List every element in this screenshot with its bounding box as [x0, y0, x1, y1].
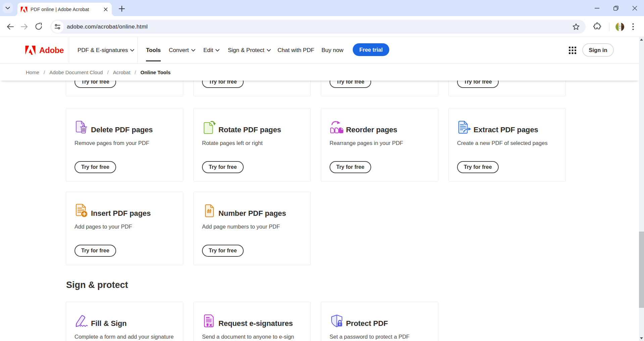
card-description: Rearrange pages in your PDF	[330, 139, 403, 147]
card-description: Remove pages from your PDF	[75, 139, 149, 147]
toolbar-divider	[609, 22, 609, 31]
breadcrumb-document-cloud[interactable]: Adobe Document Cloud	[49, 69, 103, 75]
new-tab-button[interactable]	[118, 5, 126, 12]
reload-icon[interactable]	[35, 23, 42, 30]
extract-tool-card: Extract PDF pagesCreate a new PDF of sel…	[448, 108, 566, 182]
tab-close-icon[interactable]	[103, 7, 108, 12]
url-text[interactable]: adobe.com/acrobat/online.html	[67, 23, 148, 30]
window-restore-button[interactable]	[606, 0, 625, 16]
window-minimize-button[interactable]	[588, 0, 606, 16]
card-title: Extract PDF pages	[474, 125, 538, 135]
breadcrumb-separator: /	[107, 69, 108, 75]
card-description: Send a document to anyone to e-sign	[202, 333, 294, 341]
address-bar[interactable]: adobe.com/acrobat/online.html	[50, 20, 586, 34]
nav-buy-now[interactable]: Buy now	[321, 37, 343, 63]
chevron-down-icon	[267, 49, 271, 52]
browser-tab-strip: PDF online | Adobe Acrobat	[0, 0, 644, 16]
breadcrumb-separator: /	[44, 69, 45, 75]
adobe-logo[interactable]: Adobe	[25, 37, 64, 63]
nav-convert[interactable]: Convert	[169, 37, 195, 63]
site-settings-icon	[54, 23, 61, 30]
profile-avatar[interactable]	[615, 22, 624, 31]
card-title: Protect PDF	[346, 319, 388, 329]
try-for-free-button[interactable]: Try for free	[202, 245, 244, 257]
try-for-free-button[interactable]: Try for free	[75, 161, 116, 173]
delete-tool-card: Delete PDF pagesRemove pages from your P…	[66, 108, 183, 182]
request-tool-card: Request e-signaturesSend a document to a…	[193, 302, 311, 341]
card-title: Rotate PDF pages	[218, 125, 281, 135]
header-divider-left	[69, 37, 69, 63]
app-launcher-grid-icon[interactable]	[569, 47, 576, 54]
window-close-button[interactable]	[625, 0, 644, 16]
number-icon	[202, 203, 217, 218]
breadcrumb-separator: /	[135, 69, 136, 75]
bookmark-star-icon[interactable]	[573, 23, 580, 30]
chevron-down-icon	[5, 7, 10, 9]
card-description: Complete a form and add your signature	[75, 333, 174, 341]
card-title: Fill & Sign	[91, 319, 127, 329]
webpage-viewport: Try for freeTry for freeTry for freeTry …	[0, 37, 639, 341]
adobe-favicon	[21, 6, 27, 13]
try-for-free-button[interactable]: Try for free	[202, 161, 244, 173]
header-divider-right	[137, 37, 138, 63]
forward-icon[interactable]	[20, 23, 28, 31]
card-description: Add page numbers to your PDF	[202, 223, 280, 231]
card-description: Rotate pages left or right	[202, 139, 263, 147]
adobe-site-header: Adobe PDF & E-signatures Tools Convert E…	[0, 37, 639, 64]
rotate-icon	[202, 120, 217, 135]
rotate-tool-card: Rotate PDF pagesRotate pages left or rig…	[193, 108, 311, 182]
scrollbar-down-arrow[interactable]	[639, 336, 644, 341]
breadcrumb: Home / Adobe Document Cloud / Acrobat / …	[0, 64, 639, 81]
extensions-icon[interactable]	[593, 22, 601, 30]
nav-tools[interactable]: Tools	[146, 37, 161, 63]
tab-search-button[interactable]	[3, 3, 13, 13]
insert-tool-card: Insert PDF pagesAdd pages to your PDFTry…	[66, 192, 183, 265]
sign-in-button[interactable]: Sign in	[582, 43, 614, 57]
fill-sign-icon	[75, 313, 89, 328]
card-description: Add pages to your PDF	[75, 223, 132, 231]
tab-title: PDF online | Adobe Acrobat	[31, 7, 100, 12]
browser-menu-icon[interactable]	[632, 23, 634, 30]
menu-pdf-esignatures-label: PDF & E-signatures	[78, 47, 128, 54]
nav-convert-label: Convert	[169, 47, 189, 54]
card-title: Number PDF pages	[218, 208, 286, 218]
nav-chat-with-pdf[interactable]: Chat with PDF	[278, 37, 314, 63]
nav-edit[interactable]: Edit	[203, 37, 219, 63]
chevron-down-icon	[130, 49, 134, 52]
protect-icon	[330, 313, 344, 328]
scrollbar-up-arrow[interactable]	[639, 37, 644, 42]
scrollbar-thumb[interactable]	[639, 232, 644, 308]
nav-chat-with-pdf-label: Chat with PDF	[278, 47, 314, 54]
breadcrumb-online-tools: Online Tools	[141, 69, 171, 75]
adobe-logo-word: Adobe	[39, 46, 64, 55]
nav-sign-protect-label: Sign & Protect	[228, 47, 264, 54]
breadcrumb-acrobat[interactable]: Acrobat	[113, 69, 131, 75]
site-settings-chip[interactable]	[51, 20, 64, 33]
menu-pdf-esignatures[interactable]: PDF & E-signatures	[78, 37, 134, 63]
insert-icon	[75, 203, 89, 218]
back-icon[interactable]	[6, 23, 14, 31]
try-for-free-button[interactable]: Try for free	[75, 245, 116, 257]
delete-icon	[75, 120, 89, 135]
request-icon	[202, 313, 217, 328]
page-scrollbar[interactable]	[639, 37, 644, 341]
chevron-down-icon	[215, 49, 219, 52]
try-for-free-button[interactable]: Try for free	[330, 161, 371, 173]
card-description: Set a password to protect a PDF	[330, 333, 409, 341]
browser-tab-active[interactable]: PDF online | Adobe Acrobat	[17, 3, 112, 16]
breadcrumb-home[interactable]: Home	[26, 69, 39, 75]
extract-icon	[457, 120, 472, 135]
chevron-down-icon	[191, 49, 195, 52]
fill-sign-tool-card: Fill & SignComplete a form and add your …	[66, 302, 183, 341]
card-title: Reorder pages	[346, 125, 397, 135]
try-for-free-button[interactable]: Try for free	[457, 161, 499, 173]
card-title: Insert PDF pages	[91, 208, 151, 218]
card-title: Request e-signatures	[218, 319, 293, 329]
card-title: Delete PDF pages	[91, 125, 153, 135]
protect-tool-card: Protect PDFSet a password to protect a P…	[321, 302, 438, 341]
nav-sign-protect[interactable]: Sign & Protect	[228, 37, 271, 63]
card-description: Create a new PDF of selected pages	[457, 139, 548, 147]
browser-toolbar: adobe.com/acrobat/online.html	[0, 16, 644, 37]
reorder-icon	[330, 120, 344, 135]
free-trial-button[interactable]: Free trial	[353, 43, 389, 56]
